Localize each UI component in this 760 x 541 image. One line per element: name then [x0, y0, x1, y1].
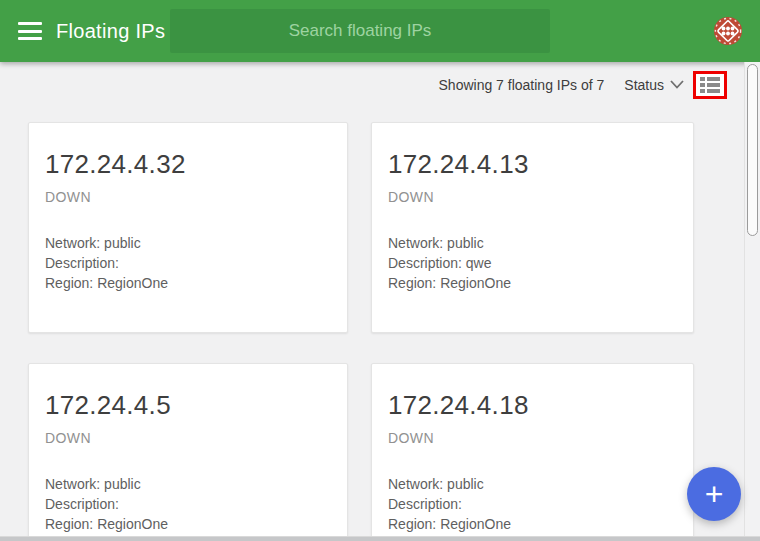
app-window: Floating IPs Showing 7 floating IPs of 7…: [0, 0, 760, 541]
region-field: Region: RegionOne: [388, 273, 677, 293]
status-label: DOWN: [388, 189, 677, 205]
region-field: Region: RegionOne: [45, 514, 331, 534]
menu-icon[interactable]: [18, 22, 42, 40]
page-title: Floating IPs: [56, 20, 165, 43]
header-bar: Floating IPs: [0, 0, 760, 62]
status-filter-label: Status: [624, 77, 664, 93]
add-floating-ip-button[interactable]: +: [687, 467, 741, 521]
card-fields: Network: public Description: Region: Reg…: [45, 233, 331, 293]
region-field: Region: RegionOne: [388, 514, 677, 534]
description-field: Description:: [388, 494, 677, 514]
content-area: Showing 7 floating IPs of 7 Status: [0, 62, 744, 536]
status-label: DOWN: [45, 430, 331, 446]
region-field: Region: RegionOne: [45, 273, 331, 293]
network-field: Network: public: [388, 233, 677, 253]
status-label: DOWN: [45, 189, 331, 205]
card-fields: Network: public Description: Region: Reg…: [388, 474, 677, 534]
ip-address: 172.24.4.5: [45, 390, 331, 421]
toolbar: Showing 7 floating IPs of 7 Status: [0, 62, 744, 107]
scrollbar-thumb[interactable]: [747, 64, 758, 236]
description-field: Description:: [45, 494, 331, 514]
ip-address: 172.24.4.13: [388, 149, 677, 180]
ip-address: 172.24.4.18: [388, 390, 677, 421]
chevron-down-icon: [670, 80, 684, 89]
floating-ip-card[interactable]: 172.24.4.32 DOWN Network: public Descrip…: [28, 122, 348, 333]
floating-ip-card[interactable]: 172.24.4.5 DOWN Network: public Descript…: [28, 363, 348, 541]
network-field: Network: public: [45, 233, 331, 253]
ip-address: 172.24.4.32: [45, 149, 331, 180]
list-view-toggle-button[interactable]: [693, 71, 727, 99]
vertical-scrollbar[interactable]: [744, 62, 760, 536]
status-filter-dropdown[interactable]: Status: [624, 77, 684, 93]
status-label: DOWN: [388, 430, 677, 446]
floating-ip-card[interactable]: 172.24.4.18 DOWN Network: public Descrip…: [371, 363, 694, 541]
floating-ip-card[interactable]: 172.24.4.13 DOWN Network: public Descrip…: [371, 122, 694, 333]
card-fields: Network: public Description: qwe Region:…: [388, 233, 677, 293]
floating-ip-card-grid: 172.24.4.32 DOWN Network: public Descrip…: [28, 122, 744, 541]
search-input[interactable]: [170, 9, 550, 53]
network-field: Network: public: [45, 474, 331, 494]
description-field: Description:: [45, 253, 331, 273]
description-field: Description: qwe: [388, 253, 677, 273]
results-summary: Showing 7 floating IPs of 7: [439, 77, 605, 93]
app-logo-icon[interactable]: [713, 16, 743, 46]
window-bottom-edge: [0, 536, 760, 541]
plus-icon: +: [705, 476, 724, 512]
list-view-icon: [700, 77, 720, 93]
network-field: Network: public: [388, 474, 677, 494]
card-fields: Network: public Description: Region: Reg…: [45, 474, 331, 534]
